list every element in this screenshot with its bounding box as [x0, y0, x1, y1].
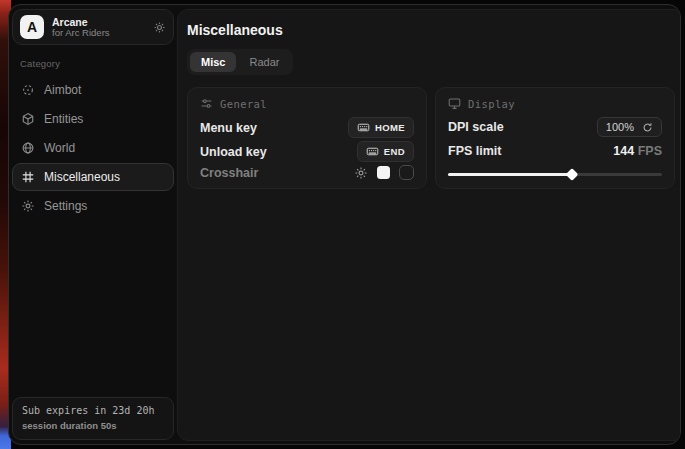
sidebar-item-label: World: [44, 141, 75, 155]
general-panel-header: General: [200, 97, 414, 110]
menu-key-label: Menu key: [200, 121, 257, 135]
app-name: Arcane: [52, 16, 145, 28]
brand-card[interactable]: A Arcane for Arc Riders: [12, 9, 174, 45]
tab-group: Misc Radar: [187, 49, 293, 75]
sidebar-item-world[interactable]: World: [12, 134, 174, 162]
crosshair-row: Crosshair: [200, 165, 414, 180]
sidebar-item-label: Miscellaneous: [44, 170, 120, 184]
sidebar-item-label: Entities: [44, 112, 83, 126]
unload-key-row: Unload key END: [200, 141, 414, 162]
menu-key-bind-button[interactable]: HOME: [348, 117, 414, 138]
display-panel-title: Display: [468, 98, 515, 110]
sub-expiry-text: Sub expires in 23d 20h: [22, 405, 164, 416]
keyboard-icon: [357, 121, 370, 134]
page-title: Miscellaneous: [187, 22, 675, 38]
fps-limit-row: FPS limit 144 FPS: [448, 141, 662, 162]
general-panel-title: General: [220, 98, 267, 110]
app-window: A Arcane for Arc Riders Category: [8, 4, 681, 445]
slider-thumb[interactable]: [566, 168, 579, 181]
sidebar-item-label: Settings: [44, 199, 87, 213]
fps-limit-label: FPS limit: [448, 144, 501, 158]
sidebar-item-aimbot[interactable]: Aimbot: [12, 76, 174, 104]
tab-radar[interactable]: Radar: [238, 52, 290, 72]
cube-icon: [21, 112, 35, 126]
app-logo: A: [20, 15, 44, 39]
unload-key-bind-button[interactable]: END: [357, 141, 414, 162]
gear-icon[interactable]: [153, 21, 166, 34]
panel-row: General Menu key HOME: [187, 87, 675, 189]
sidebar: A Arcane for Arc Riders Category: [9, 5, 177, 444]
slider-fill: [448, 173, 572, 176]
refresh-icon[interactable]: [642, 122, 653, 133]
general-panel: General Menu key HOME: [187, 87, 427, 189]
sidebar-nav: Aimbot Entities: [12, 76, 174, 220]
gear-icon: [21, 199, 35, 213]
unload-key-label: Unload key: [200, 145, 267, 159]
menu-key-row: Menu key HOME: [200, 117, 414, 138]
sliders-icon: [200, 97, 213, 110]
brand-text: Arcane for Arc Riders: [52, 16, 145, 39]
grid-icon: [21, 170, 35, 184]
main-content: Miscellaneous Misc Radar General: [177, 9, 681, 441]
monitor-icon: [448, 97, 461, 110]
fps-limit-value: 144 FPS: [613, 144, 662, 158]
sidebar-spacer: [12, 220, 174, 397]
crosshair-icon: [21, 83, 35, 97]
crosshair-label: Crosshair: [200, 166, 258, 180]
dpi-scale-label: DPI scale: [448, 120, 504, 134]
sidebar-item-settings[interactable]: Settings: [12, 192, 174, 220]
display-panel: Display DPI scale 100%: [435, 87, 675, 189]
globe-icon: [21, 141, 35, 155]
subscription-card: Sub expires in 23d 20h session duration …: [12, 397, 174, 440]
category-label: Category: [20, 58, 168, 69]
dpi-scale-row: DPI scale 100%: [448, 117, 662, 138]
dpi-scale-value: 100%: [606, 121, 634, 133]
menu-key-value: HOME: [375, 122, 405, 133]
dpi-scale-stepper[interactable]: 100%: [597, 117, 662, 137]
tab-misc[interactable]: Misc: [190, 52, 236, 72]
sidebar-item-entities[interactable]: Entities: [12, 105, 174, 133]
app-subtitle: for Arc Riders: [52, 28, 145, 39]
unload-key-value: END: [384, 146, 405, 157]
session-duration-text: session duration 50s: [22, 420, 164, 431]
crosshair-controls: [354, 165, 414, 180]
keyboard-icon: [366, 145, 379, 158]
crosshair-checkbox[interactable]: [399, 165, 414, 180]
display-panel-header: Display: [448, 97, 662, 110]
sidebar-item-miscellaneous[interactable]: Miscellaneous: [12, 163, 174, 191]
fps-limit-slider[interactable]: [448, 168, 662, 178]
crosshair-color-swatch[interactable]: [377, 166, 390, 179]
gear-icon[interactable]: [354, 166, 368, 180]
sidebar-item-label: Aimbot: [44, 83, 81, 97]
